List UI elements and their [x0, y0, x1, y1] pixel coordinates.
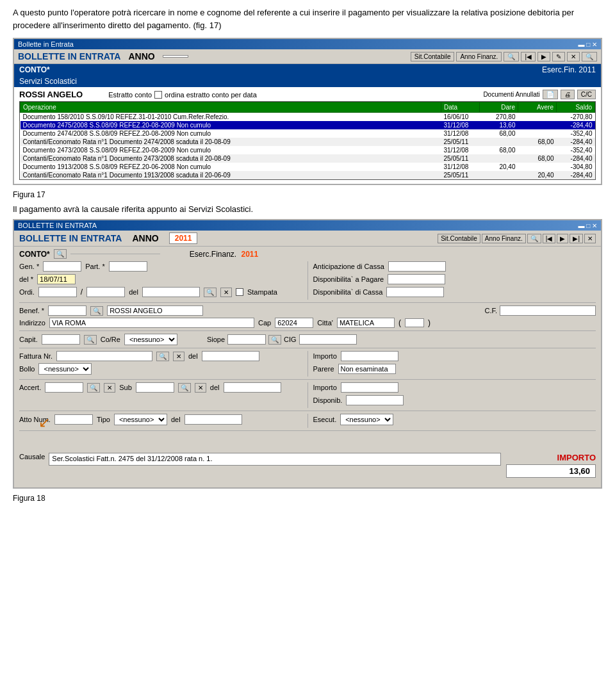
- del-input[interactable]: 18/07/11: [37, 274, 76, 284]
- doc-annullati-btn1[interactable]: 📄: [543, 90, 558, 99]
- divider3: [19, 348, 596, 348]
- importo-input[interactable]: [341, 351, 398, 361]
- table-row[interactable]: Contanti/Economato Rata n°1 Documento 24…: [20, 154, 595, 163]
- tb2-icon1[interactable]: 🔍: [527, 234, 541, 243]
- sub-search-btn[interactable]: 🔍: [178, 383, 191, 393]
- fig17-win-ctrl: ▬ □ ✕: [578, 41, 597, 48]
- importo-section-label: IMPORTO: [506, 453, 596, 462]
- sub-x-btn[interactable]: ✕: [195, 383, 206, 393]
- siope-input[interactable]: [227, 334, 266, 345]
- ordi-x-btn[interactable]: ✕: [220, 288, 232, 297]
- benef-name-input[interactable]: ROSSI ANGELO: [107, 305, 203, 316]
- divider6: [19, 430, 596, 431]
- benef-code-input[interactable]: [48, 305, 86, 316]
- conto-label: CONTO*: [19, 250, 50, 259]
- tb-icon1[interactable]: 🔍: [504, 52, 519, 61]
- atto-section: Atto Num. Tipo <nessuno> del Esecut.: [19, 414, 596, 428]
- fig17-anno-box[interactable]: [163, 55, 188, 58]
- fattura-search-btn[interactable]: 🔍: [156, 352, 169, 361]
- ordi-input1[interactable]: [38, 287, 77, 297]
- ordi-input2[interactable]: [86, 287, 125, 297]
- importo-row: Importo: [313, 351, 596, 361]
- del-fattura-input[interactable]: [202, 351, 259, 361]
- bollo-label: Bollo: [19, 365, 35, 373]
- anticipazione-row: Anticipazione di Cassa: [313, 261, 596, 272]
- bollo-select[interactable]: <nessuno>: [38, 363, 92, 375]
- table-row[interactable]: Documento 2474/2008 S.S.08/09 REFEZ.20-0…: [20, 129, 595, 138]
- tb-icon6[interactable]: 🔍: [582, 52, 597, 61]
- tipo-select[interactable]: <nessuno>: [114, 414, 167, 425]
- ordina-label: ordina estratto conto per data: [165, 91, 257, 99]
- del-accert-input[interactable]: [224, 382, 281, 393]
- fattura-x-btn[interactable]: ✕: [173, 352, 184, 361]
- importo-disp-input[interactable]: [341, 382, 398, 393]
- tb2-icon5[interactable]: ✕: [584, 234, 596, 243]
- del-atto-input[interactable]: [184, 414, 242, 425]
- table-row[interactable]: Contanti/Economato Rata n°1 Documento 19…: [20, 171, 595, 179]
- part-input[interactable]: [109, 261, 147, 272]
- disp-cassa-input[interactable]: [386, 287, 444, 297]
- table-row[interactable]: Documento 1913/2008 S.S.08/09 REFEZ.20-0…: [20, 163, 595, 171]
- doc-annullati-btn3[interactable]: C/C: [577, 90, 596, 99]
- anno-finanz-btn[interactable]: Anno Finanz.: [456, 52, 502, 61]
- tb-icon4[interactable]: ✎: [552, 52, 565, 61]
- stampata-checkbox[interactable]: [236, 288, 243, 296]
- cig-input[interactable]: [299, 334, 357, 345]
- accert-input[interactable]: [45, 382, 83, 393]
- capit-search-btn[interactable]: 🔍: [84, 335, 97, 345]
- fig17-window: Bollette in Entrata ▬ □ ✕ BOLLETTE IN EN…: [13, 38, 602, 185]
- anticipazione-input[interactable]: [388, 261, 446, 272]
- fig18-anno-value[interactable]: 2011: [169, 232, 198, 244]
- anno-fin-btn2[interactable]: Anno Finanz.: [482, 234, 526, 243]
- fig18-header-row: BOLLETTE IN ENTRATA ANNO 2011 Sit.Contab…: [14, 231, 601, 247]
- ordi-search-btn[interactable]: 🔍: [204, 288, 217, 297]
- causale-box[interactable]: Ser.Scolastici Fatt.n. 2475 del 31/12/20…: [49, 453, 501, 466]
- fattura-left: Fattura Nr. 🔍 ✕ del Bollo <nessuno>: [19, 351, 308, 377]
- disp-pagare-input[interactable]: [388, 274, 445, 284]
- accert-x-btn[interactable]: ✕: [104, 383, 115, 393]
- atto-left: Atto Num. Tipo <nessuno> del: [19, 414, 308, 428]
- col-avere: Avere: [518, 102, 557, 113]
- citta-input[interactable]: MATELICA: [337, 318, 395, 328]
- table-row[interactable]: Documento 158/2010 S.S.09/10 REFEZ.31-01…: [20, 113, 595, 122]
- fattura-input[interactable]: [56, 351, 152, 361]
- two-col-section: Gen. * Part. * del * 18/07/11 Ordi.: [19, 261, 596, 300]
- table-row[interactable]: Documento 2475/2008 S.S.08/09 REFEZ.20-0…: [20, 121, 595, 129]
- tb2-icon3[interactable]: ▶: [557, 234, 568, 243]
- disp-pagare-row: Disponibilita` a Pagare: [313, 274, 596, 284]
- fig18-toolbar: Sit.Contabile Anno Finanz. 🔍 |◀ ▶ ▶| ✕: [438, 234, 596, 243]
- tb-icon3[interactable]: ▶: [537, 52, 550, 61]
- conto-search-btn[interactable]: 🔍: [54, 249, 67, 259]
- capit-input[interactable]: [42, 334, 80, 345]
- table-row[interactable]: Contanti/Economato Rata n°1 Documento 24…: [20, 138, 595, 146]
- esecut-select[interactable]: <nessuno>: [340, 414, 393, 425]
- sub-input[interactable]: [136, 382, 174, 393]
- cf-input[interactable]: [500, 305, 596, 316]
- core-select[interactable]: <nessuno>: [124, 334, 177, 345]
- estratto-checkbox[interactable]: [154, 91, 162, 99]
- atto-input[interactable]: [54, 414, 93, 425]
- table-row[interactable]: Documento 2473/2008 S.S.08/09 REFEZ.20-0…: [20, 146, 595, 154]
- indir-input[interactable]: VIA ROMA: [49, 318, 254, 328]
- cap-input[interactable]: 62024: [275, 318, 313, 328]
- del2-input[interactable]: [142, 287, 200, 297]
- sit-contabile-btn[interactable]: Sit.Contabile: [411, 52, 455, 61]
- parere-input[interactable]: Non esaminata: [338, 364, 396, 374]
- benef-search-btn[interactable]: 🔍: [90, 306, 103, 316]
- gen-input[interactable]: [43, 261, 81, 272]
- tb-icon2[interactable]: |◀: [521, 52, 536, 61]
- doc-annullati-btn2[interactable]: 🖨: [561, 90, 575, 99]
- capit-label: Capit.: [19, 336, 38, 343]
- disponib-input[interactable]: [346, 395, 404, 405]
- siope-search-btn[interactable]: 🔍: [268, 335, 281, 345]
- tb2-icon4[interactable]: ▶|: [570, 234, 583, 243]
- tb-icon5[interactable]: ✕: [567, 52, 580, 61]
- prov-input[interactable]: [405, 318, 424, 327]
- importo-disp-label: Importo: [313, 384, 337, 391]
- tb2-icon2[interactable]: |◀: [543, 234, 556, 243]
- sub-label: Sub: [119, 384, 132, 391]
- sit-cont-btn2[interactable]: Sit.Contabile: [438, 234, 480, 243]
- accert-search-btn[interactable]: 🔍: [87, 383, 100, 393]
- gen-part-row: Gen. * Part. *: [19, 261, 302, 272]
- disp-pagare-label: Disponibilita` a Pagare: [313, 275, 384, 283]
